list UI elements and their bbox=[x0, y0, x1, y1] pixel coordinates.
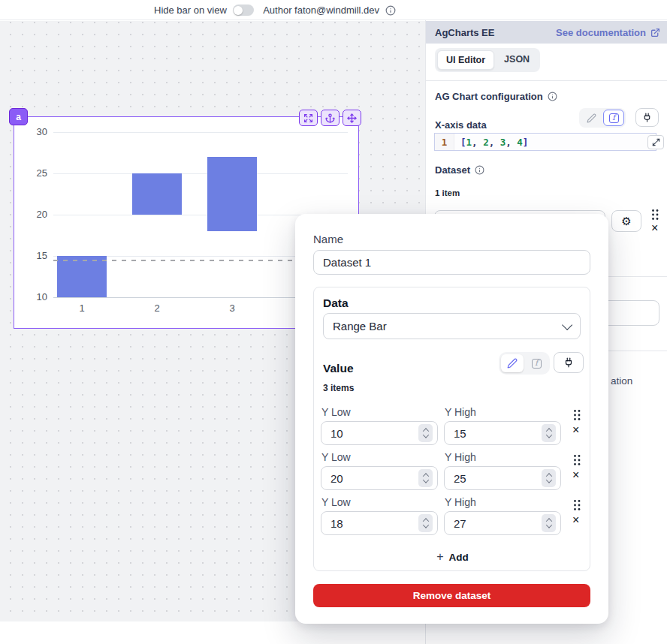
name-label: Name bbox=[313, 233, 343, 245]
gear-icon: ⚙ bbox=[621, 215, 631, 227]
code-token: 1 bbox=[466, 137, 472, 148]
row-remove-icon[interactable]: × bbox=[572, 424, 579, 436]
component-id-badge[interactable]: a bbox=[9, 108, 28, 125]
range-bar bbox=[207, 157, 257, 231]
number-stepper[interactable] bbox=[542, 514, 556, 532]
y-high-label: Y High bbox=[445, 496, 476, 508]
data-group-box: Data Range Bar Value f 3 items Y Low Y H… bbox=[313, 287, 590, 571]
data-type-select[interactable]: Range Bar bbox=[323, 313, 581, 339]
info-icon[interactable] bbox=[475, 165, 484, 175]
topbar: Hide bar on view Author faton@windmill.d… bbox=[0, 0, 667, 20]
code-token: 3 bbox=[500, 137, 506, 148]
drag-handle-icon bbox=[650, 209, 659, 221]
data-label: Data bbox=[323, 296, 349, 310]
dataset-drag-handle[interactable] bbox=[650, 209, 659, 221]
info-icon[interactable] bbox=[385, 5, 396, 16]
connect-plug-button[interactable] bbox=[635, 108, 659, 127]
dataset-modal: Name Dataset 1 Data Range Bar Value f 3 … bbox=[295, 214, 608, 624]
hide-bar-label: Hide bar on view bbox=[154, 5, 227, 16]
y-low-label: Y Low bbox=[321, 406, 351, 418]
y-high-input[interactable]: 15 bbox=[444, 421, 561, 445]
row-remove-icon[interactable]: × bbox=[572, 514, 579, 526]
author-label: Author faton@windmill.dev bbox=[263, 5, 379, 16]
expand-component-button[interactable] bbox=[299, 110, 318, 126]
number-stepper[interactable] bbox=[418, 514, 433, 532]
xaxis-data-label: X-axis data bbox=[435, 119, 487, 131]
y-low-label: Y Low bbox=[321, 451, 351, 463]
see-documentation-link[interactable]: See documentation bbox=[556, 27, 660, 38]
static-pencil-button[interactable] bbox=[581, 110, 602, 126]
row-remove-icon[interactable]: × bbox=[572, 469, 579, 481]
anchor-component-button[interactable] bbox=[321, 110, 340, 126]
y-high-label: Y High bbox=[445, 451, 476, 463]
tab-json[interactable]: JSON bbox=[496, 50, 538, 70]
pencil-icon bbox=[587, 113, 596, 123]
xaxis-code-editor[interactable]: 1 [1, 2, 3, 4] bbox=[434, 133, 656, 151]
plug-icon bbox=[563, 357, 574, 368]
code-token: , bbox=[489, 137, 500, 148]
y-high-input[interactable]: 25 bbox=[444, 466, 561, 490]
range-bar bbox=[132, 173, 182, 215]
section-ag-chart-configuration: AG Chart configuration bbox=[435, 91, 557, 102]
tab-ui-editor[interactable]: UI Editor bbox=[437, 50, 494, 70]
remove-dataset-button[interactable]: Remove dataset bbox=[313, 584, 590, 607]
number-stepper[interactable] bbox=[542, 469, 556, 487]
number-stepper[interactable] bbox=[542, 424, 556, 442]
code-expand-button[interactable] bbox=[647, 135, 664, 149]
static-pencil-button[interactable] bbox=[501, 354, 524, 372]
toggle-knob bbox=[234, 6, 243, 15]
x-axis-tick: 3 bbox=[217, 302, 247, 314]
y-axis-tick: 25 bbox=[20, 167, 47, 179]
code-token: 2 bbox=[483, 137, 489, 148]
x-axis-tick: 1 bbox=[67, 302, 97, 314]
code-line[interactable]: [1, 2, 3, 4] bbox=[454, 134, 528, 150]
pencil-icon bbox=[507, 358, 518, 369]
value-input-mode-group: f bbox=[499, 352, 550, 375]
xaxis-input-mode-group: f bbox=[579, 108, 626, 128]
name-input[interactable]: Dataset 1 bbox=[313, 250, 590, 275]
gridline bbox=[53, 132, 348, 133]
value-label: Value bbox=[323, 362, 354, 375]
value-items-count: 3 items bbox=[323, 383, 354, 393]
fx-expression-button[interactable]: f bbox=[603, 110, 624, 126]
code-token: 4 bbox=[517, 137, 523, 148]
number-stepper[interactable] bbox=[418, 424, 433, 442]
y-axis-tick: 20 bbox=[20, 209, 47, 220]
y-low-input[interactable]: 10 bbox=[321, 421, 438, 445]
connect-plug-button[interactable] bbox=[554, 352, 584, 373]
code-token: [ bbox=[460, 137, 466, 148]
y-high-label: Y High bbox=[445, 406, 476, 418]
add-item-button[interactable]: + Add bbox=[314, 548, 591, 566]
chevron-down-icon bbox=[562, 319, 572, 330]
expand-icon bbox=[303, 113, 313, 123]
code-token: ] bbox=[523, 137, 529, 148]
hide-bar-toggle[interactable] bbox=[233, 5, 254, 16]
expand-diagonal-icon bbox=[652, 138, 660, 146]
panel-title: AgCharts EE bbox=[435, 27, 494, 38]
range-bar bbox=[57, 256, 107, 297]
plug-icon bbox=[642, 113, 652, 122]
dataset-settings-button[interactable]: ⚙ bbox=[611, 210, 641, 232]
row-drag-handle[interactable] bbox=[572, 499, 581, 511]
y-axis-tick: 30 bbox=[20, 126, 47, 137]
y-low-label: Y Low bbox=[321, 496, 351, 508]
y-low-input[interactable]: 20 bbox=[321, 466, 438, 490]
dataset-section-label: Dataset bbox=[435, 164, 484, 176]
y-low-input[interactable]: 18 bbox=[321, 511, 438, 535]
dataset-remove-icon[interactable]: × bbox=[651, 222, 658, 234]
y-axis-tick: 15 bbox=[20, 250, 47, 261]
anchor-icon bbox=[325, 113, 335, 123]
code-line-number: 1 bbox=[435, 134, 454, 150]
move-icon bbox=[347, 113, 357, 123]
panel-header: AgCharts EE See documentation bbox=[426, 21, 667, 44]
fx-icon: f bbox=[532, 359, 542, 369]
number-stepper[interactable] bbox=[418, 469, 433, 487]
row-drag-handle[interactable] bbox=[572, 454, 581, 466]
move-component-button[interactable] bbox=[343, 110, 361, 126]
info-icon[interactable] bbox=[548, 92, 557, 101]
row-drag-handle[interactable] bbox=[572, 409, 581, 421]
fx-expression-button[interactable]: f bbox=[525, 354, 548, 372]
external-link-icon bbox=[650, 28, 660, 38]
divider bbox=[426, 80, 667, 81]
y-high-input[interactable]: 27 bbox=[444, 511, 561, 535]
